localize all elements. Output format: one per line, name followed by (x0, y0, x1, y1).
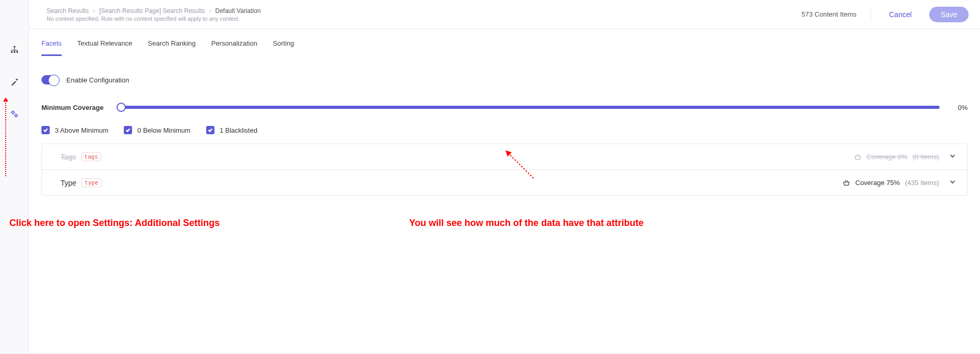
min-coverage-row: Minimum Coverage 0% (41, 102, 968, 112)
svg-point-4 (11, 111, 14, 114)
tab-personalization[interactable]: Personalization (211, 39, 257, 56)
coverage-items: (0 Items) (913, 153, 939, 161)
svg-point-5 (15, 115, 17, 117)
facet-name: Type (61, 179, 76, 187)
filter-row: 3 Above Minimum 0 Below Minimum 1 Blackl… (41, 126, 968, 134)
min-coverage-value: 0% (952, 104, 968, 111)
facet-coverage: Coverage 0% (0 Items) (854, 153, 939, 161)
enable-config-toggle[interactable] (41, 75, 59, 84)
facet-tag: tags (81, 152, 102, 161)
enable-config-label: Enable Configuration (66, 76, 129, 84)
chevron-down-icon[interactable] (939, 179, 956, 187)
slider-track (121, 106, 940, 109)
filter-label: 1 Blacklisted (220, 126, 257, 134)
filter-above-min[interactable]: 3 Above Minimum (41, 126, 108, 134)
filter-label: 3 Above Minimum (55, 126, 108, 134)
coverage-items: (435 Items) (905, 179, 939, 187)
app-root: E Search Results › [Search Results Page]… (0, 0, 980, 354)
sitemap-icon[interactable] (0, 39, 29, 60)
filter-blacklisted[interactable]: 1 Blacklisted (206, 126, 257, 134)
sidebar (0, 0, 29, 353)
facet-tag: type (81, 178, 102, 187)
checkbox-icon (124, 126, 132, 134)
magic-wand-icon[interactable] (0, 72, 29, 92)
facet-list: Tags tags Coverage 0% (0 Items) Type typ… (41, 144, 968, 196)
min-coverage-slider[interactable] (121, 102, 940, 112)
filter-below-min[interactable]: 0 Below Minimum (124, 126, 191, 134)
facet-row-type[interactable]: Type type Coverage 75% (435 Items) (42, 170, 967, 195)
annotation-arrow-right (506, 150, 542, 187)
coverage-text: Coverage 75% (855, 179, 900, 187)
annotation-left-text: Click here to open Settings: Additional … (9, 218, 220, 229)
facet-coverage: Coverage 75% (435 Items) (843, 179, 939, 187)
filter-label: 0 Below Minimum (137, 126, 191, 134)
tab-sorting[interactable]: Sorting (273, 39, 294, 56)
slider-thumb[interactable] (117, 103, 126, 112)
facet-name: Tags (61, 153, 76, 161)
checkbox-icon (41, 126, 50, 134)
checkbox-icon (206, 126, 214, 134)
tab-search-ranking[interactable]: Search Ranking (148, 39, 196, 56)
svg-rect-0 (13, 46, 15, 48)
chevron-down-icon[interactable] (939, 153, 956, 161)
main-panel: Facets Textual Relevance Search Ranking … (29, 0, 980, 353)
svg-rect-2 (13, 51, 15, 53)
settings-gears-icon[interactable] (0, 104, 29, 124)
tab-bar: Facets Textual Relevance Search Ranking … (41, 39, 968, 56)
svg-rect-1 (11, 51, 12, 53)
basket-icon (843, 179, 850, 187)
svg-rect-3 (16, 51, 18, 53)
basket-icon (854, 153, 861, 161)
annotation-arrow-left (5, 98, 6, 176)
svg-line-6 (508, 153, 534, 179)
facet-row-tags[interactable]: Tags tags Coverage 0% (0 Items) (42, 144, 967, 170)
tab-textual-relevance[interactable]: Textual Relevance (77, 39, 132, 56)
tab-facets[interactable]: Facets (41, 39, 62, 56)
enable-config-row: Enable Configuration (41, 75, 968, 84)
annotation-right-text: You will see how much of the data have t… (409, 218, 644, 229)
coverage-text: Coverage 0% (867, 153, 907, 161)
min-coverage-label: Minimum Coverage (41, 104, 109, 111)
